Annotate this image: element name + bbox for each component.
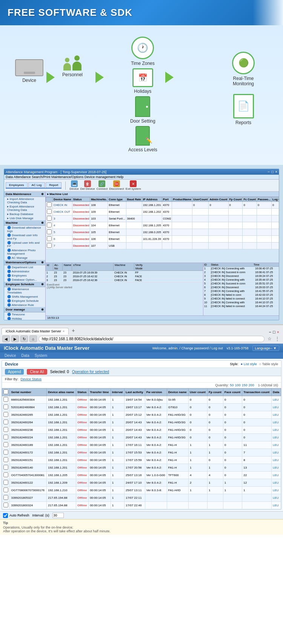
tab-close-btn[interactable]: × <box>63 329 65 333</box>
sidebar: Data Maintenance⊗ ▸ Import Attendance Ch… <box>4 192 46 320</box>
device-cb[interactable] <box>3 420 8 424</box>
sidebar-item-import[interactable]: ▸ Import Attendance Checking Data <box>4 197 45 204</box>
device-cb[interactable] <box>3 457 8 462</box>
qty-50[interactable]: 50 <box>230 383 234 387</box>
sidebar-section-maintenance[interactable]: Maintenance/Options⊗ <box>4 260 45 265</box>
device-cb[interactable] <box>3 450 8 455</box>
btn-exit[interactable]: ✕ Exit system <box>126 180 141 191</box>
sidebar-item-holiday[interactable]: 🔵 Holiday <box>4 317 45 320</box>
qty-200[interactable]: 200 <box>248 383 254 387</box>
qty-150[interactable]: 150 <box>241 383 247 387</box>
win-minimize[interactable]: − <box>268 170 270 174</box>
device-cb[interactable] <box>3 495 8 500</box>
realtime-label: Real-Time Monitoring <box>226 76 260 86</box>
tab-aclog[interactable]: AC Log <box>28 182 45 188</box>
refresh-btn[interactable]: ↻ <box>20 335 28 342</box>
device-cb[interactable] <box>3 487 8 492</box>
sidebar-item-dept[interactable]: 🔵 Department List <box>4 265 45 269</box>
tab-report[interactable]: Report <box>46 182 62 188</box>
back-btn[interactable]: ◀ <box>2 335 10 342</box>
btn-disconnect[interactable]: ⛔ Disconnect <box>109 180 124 191</box>
access-item: ✏️ Access Levels <box>128 126 157 152</box>
device-cb[interactable] <box>3 442 8 447</box>
tab-employees[interactable]: Employees <box>6 182 28 188</box>
nav-data[interactable]: Data <box>19 353 32 358</box>
exec-event: ExecEvent(1)Http Server started <box>46 282 203 289</box>
arrow1 <box>43 72 58 84</box>
forward-btn[interactable]: ▶ <box>11 335 19 342</box>
table-style-option[interactable]: ○ Table style <box>259 362 278 366</box>
interval-input[interactable] <box>52 513 64 518</box>
row-cb[interactable] <box>47 223 52 227</box>
device-cb[interactable] <box>3 435 8 440</box>
device-cb[interactable] <box>3 404 8 409</box>
list-style-option[interactable]: ● List style <box>241 362 257 366</box>
device-cb[interactable] <box>3 412 8 417</box>
device-cb[interactable] <box>3 397 8 402</box>
device-cb[interactable] <box>3 480 8 485</box>
append-btn[interactable]: Append <box>5 369 24 375</box>
sidebar-item-usb[interactable]: ▸ Usb Disk Manage <box>4 216 45 220</box>
browser-action-icons: ☆ ⋮ <box>266 335 281 342</box>
th-admin: Admin Count <box>209 197 228 202</box>
sidebar-item-timetables[interactable]: 🔵 Maintenance Timetables <box>4 287 45 295</box>
home-btn[interactable]: ⌂ <box>29 335 37 342</box>
new-tab-btn[interactable]: + <box>69 327 77 334</box>
log-row: 1 23 23 2018-07-25 16:09:39 CHECK IN FP <box>46 271 203 275</box>
btn-device[interactable]: 💻 Device <box>69 180 78 191</box>
sidebar-item-ul-user[interactable]: 🔵 Upload user info and FP <box>4 241 45 248</box>
qty-100[interactable]: 100 <box>235 383 240 387</box>
language-dropdown[interactable]: Language-- ▼ <box>252 346 279 351</box>
sidebar-item-admin[interactable]: 🔵 Administrator <box>4 269 45 274</box>
btn-connect[interactable]: 🔗 Connect <box>96 180 108 191</box>
device-cb[interactable] <box>3 427 8 432</box>
clear-btn[interactable]: Clear All <box>27 369 47 375</box>
select-all-cb[interactable] <box>3 389 8 394</box>
menu-icon[interactable]: ⋮ <box>274 335 281 342</box>
sidebar-item-photo[interactable]: 🔵 Attendance Photo Management <box>4 248 45 256</box>
sidebar-section-machine[interactable]: Machine⊗ <box>4 220 45 226</box>
win-close[interactable]: × <box>275 170 277 174</box>
win-maximize[interactable]: □ <box>271 170 274 174</box>
device-cb[interactable] <box>3 465 8 470</box>
row-cb[interactable] <box>47 236 52 241</box>
exit-icon: ✕ <box>130 180 137 187</box>
toolbar-buttons: 💻 Device 🗑 Del Device 🔗 Connect ⛔ Discon… <box>69 180 141 191</box>
browser-tab-iclock[interactable]: iClock Automatic Data Master Server × <box>2 328 69 335</box>
row-cb[interactable] <box>47 202 52 207</box>
sidebar-item-ac[interactable]: 🔵 AC Manage <box>4 256 45 260</box>
chrome-max[interactable]: □ <box>273 330 275 334</box>
sidebar-item-att-rule[interactable]: 🔵 Attendance Rule <box>4 303 45 307</box>
row-cb[interactable] <box>47 209 52 214</box>
ith-serial: Serial number <box>10 389 47 396</box>
sidebar-item-employees[interactable]: 🔵 Employees <box>4 274 45 278</box>
table-row: CHECK IN Disconnected 108 Ethernet 192.1… <box>46 202 279 209</box>
sidebar-section-data[interactable]: Data Maintenance⊗ <box>4 192 45 197</box>
sidebar-item-timezone[interactable]: 🔵 Timezone <box>4 312 45 317</box>
star-icon[interactable]: ☆ <box>266 335 273 342</box>
device-cb[interactable] <box>3 503 8 507</box>
nav-device[interactable]: Device <box>2 353 18 358</box>
sidebar-section-schedule[interactable]: Employee Schedule⊗ <box>4 282 45 287</box>
sidebar-item-db[interactable]: 🔵 Database Option... <box>4 278 45 282</box>
row-cb[interactable] <box>47 229 52 234</box>
chrome-min[interactable]: − <box>269 330 271 334</box>
sidebar-item-backup[interactable]: ▸ Backup Database <box>4 212 45 216</box>
row-cb[interactable] <box>47 243 52 248</box>
sidebar-section-door[interactable]: Door manage⊗ <box>4 307 45 312</box>
door-icon <box>135 96 150 117</box>
sidebar-item-dl-logs[interactable]: 🔵 Download attendance logs <box>4 226 45 233</box>
device-cb[interactable] <box>3 472 8 477</box>
row-cb[interactable] <box>47 216 52 221</box>
nav-system[interactable]: System <box>32 353 49 358</box>
sidebar-item-dl-user[interactable]: 🔵 Download user info and Fp <box>4 233 45 241</box>
address-bar[interactable] <box>38 336 265 342</box>
auto-refresh-cb[interactable] <box>3 513 8 518</box>
iclock-version: v3.1-165-3758 <box>226 346 248 350</box>
sidebar-item-emp-sched[interactable]: 🔵 Employee Schedule <box>4 299 45 303</box>
operation-label[interactable]: Operation for selected <box>72 370 109 374</box>
chrome-close[interactable]: × <box>277 330 279 334</box>
sidebar-item-export[interactable]: ▸ Export Attendance Checking Data <box>4 204 45 212</box>
btn-del-device[interactable]: 🗑 Del Device <box>80 180 95 191</box>
sidebar-item-shifts[interactable]: 🔵 Shifts Management <box>4 295 45 299</box>
